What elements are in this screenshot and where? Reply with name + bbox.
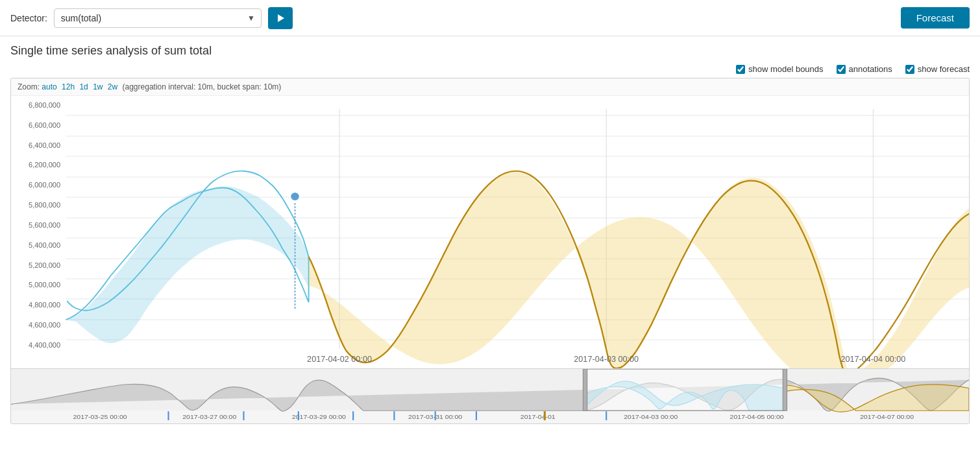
run-button[interactable]: [268, 7, 293, 29]
svg-text:2017-03-27 00:00: 2017-03-27 00:00: [182, 413, 236, 420]
svg-point-17: [290, 192, 300, 201]
annotations-control[interactable]: annotations: [837, 64, 892, 74]
chart-controls: show model bounds annotations show forec…: [10, 64, 970, 74]
minimap-svg: 2017-03-25 00:00 2017-03-27 00:00 2017-0…: [11, 369, 969, 423]
top-bar: Detector: sum(total) ▼ Forecast: [0, 0, 980, 36]
svg-text:2017-04-02 00:00: 2017-04-02 00:00: [307, 355, 372, 364]
main-chart: 6,800,000 6,600,000 6,400,000 6,200,000 …: [11, 96, 969, 368]
show-forecast-label: show forecast: [918, 64, 970, 74]
show-model-bounds-label: show model bounds: [748, 64, 824, 74]
zoom-12h[interactable]: 12h: [62, 82, 75, 91]
zoom-bar: Zoom: auto 12h 1d 1w 2w (aggregation int…: [11, 78, 969, 96]
svg-rect-32: [783, 369, 787, 410]
play-icon: [275, 13, 286, 23]
svg-text:2017-04-01: 2017-04-01: [521, 413, 556, 420]
zoom-2w[interactable]: 2w: [108, 82, 117, 91]
svg-text:2017-04-05 00:00: 2017-04-05 00:00: [730, 413, 784, 420]
show-model-bounds-control[interactable]: show model bounds: [736, 64, 824, 74]
svg-rect-31: [583, 369, 587, 410]
zoom-1d[interactable]: 1d: [79, 82, 88, 91]
detector-select-wrapper: sum(total) ▼: [54, 8, 262, 28]
page-content: Single time series analysis of sum total…: [0, 36, 980, 432]
svg-text:2017-04-07 00:00: 2017-04-07 00:00: [860, 413, 914, 420]
svg-text:2017-04-03 00:00: 2017-04-03 00:00: [574, 355, 639, 364]
aggregation-info: (aggregation interval: 10m, bucket span:…: [123, 82, 282, 91]
show-forecast-checkbox[interactable]: [905, 65, 914, 74]
annotations-checkbox[interactable]: [837, 65, 846, 74]
zoom-label: Zoom:: [18, 82, 40, 91]
show-forecast-control[interactable]: show forecast: [905, 64, 970, 74]
svg-text:2017-03-29 00:00: 2017-03-29 00:00: [292, 413, 346, 420]
svg-text:2017-03-25 00:00: 2017-03-25 00:00: [73, 413, 127, 420]
zoom-1w[interactable]: 1w: [93, 82, 103, 91]
svg-text:2017-04-04 00:00: 2017-04-04 00:00: [840, 355, 905, 364]
main-chart-svg: 2017-04-02 00:00 2017-04-03 00:00 2017-0…: [11, 96, 969, 368]
show-model-bounds-checkbox[interactable]: [736, 65, 745, 74]
chart-container: Zoom: auto 12h 1d 1w 2w (aggregation int…: [10, 78, 970, 424]
svg-text:2017-04-03 00:00: 2017-04-03 00:00: [624, 413, 678, 420]
svg-marker-0: [278, 14, 284, 22]
detector-select[interactable]: sum(total): [54, 8, 262, 28]
zoom-auto[interactable]: auto: [42, 82, 56, 91]
svg-rect-30: [586, 369, 785, 410]
detector-label: Detector:: [10, 13, 47, 23]
detector-section: Detector: sum(total) ▼: [10, 7, 293, 29]
annotations-label: annotations: [849, 64, 892, 74]
minimap: 2017-03-25 00:00 2017-03-27 00:00 2017-0…: [11, 368, 969, 423]
page-title: Single time series analysis of sum total: [10, 44, 970, 58]
forecast-button[interactable]: Forecast: [901, 7, 970, 29]
